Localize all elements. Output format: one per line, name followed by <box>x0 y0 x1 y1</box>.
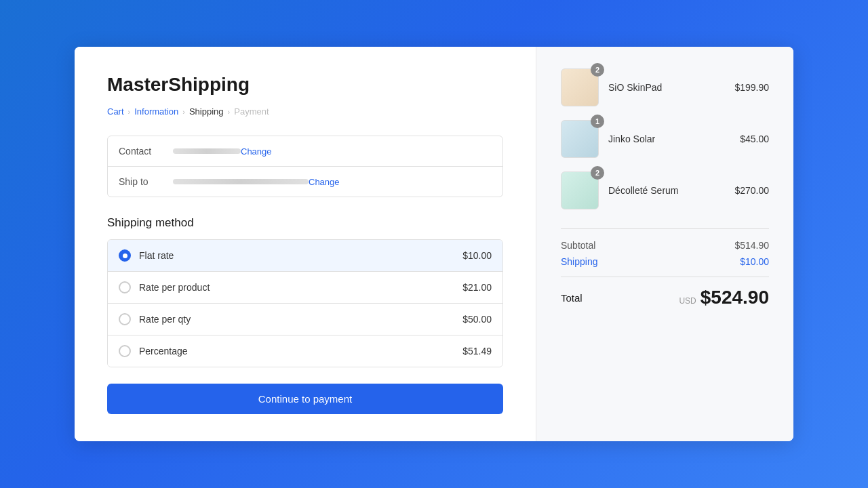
radio-flat_rate <box>119 249 131 262</box>
continue-button-wrap: Continue to payment <box>107 384 503 414</box>
shipping-method-rate_per_product[interactable]: Rate per product$21.00 <box>108 271 502 303</box>
product-info-decollete: Décolleté Serum <box>608 185 725 196</box>
breadcrumb-payment: Payment <box>234 106 269 117</box>
breadcrumb-sep-1: › <box>128 108 131 116</box>
ship-to-value-blurred <box>173 179 309 184</box>
product-price-jinko: $45.00 <box>740 134 769 144</box>
method-name-rate_per_qty: Rate per qty <box>139 314 462 325</box>
breadcrumb-sep-2: › <box>182 108 185 116</box>
subtotal-row: Subtotal $514.90 <box>561 240 769 251</box>
product-name-sio: SiO SkinPad <box>608 82 725 93</box>
shipping-value: $10.00 <box>740 256 769 267</box>
product-name-jinko: Jinko Solar <box>608 134 730 144</box>
product-item-sio: 2SiO SkinPad$199.90 <box>561 68 769 106</box>
shipping-method-flat_rate[interactable]: Flat rate$10.00 <box>108 240 502 271</box>
method-price-rate_per_qty: $50.00 <box>462 314 492 325</box>
breadcrumb-shipping: Shipping <box>189 106 224 117</box>
info-box: Contact Change Ship to Change <box>107 136 503 197</box>
product-price-sio: $199.90 <box>734 82 769 93</box>
shipping-method-rate_per_qty[interactable]: Rate per qty$50.00 <box>108 303 502 335</box>
store-title: MasterShipping <box>107 74 503 96</box>
grand-amount: USD $524.90 <box>679 287 769 308</box>
shipping-row: Shipping $10.00 <box>561 256 769 267</box>
radio-rate_per_qty <box>119 313 131 325</box>
product-img-wrap-sio: 2 <box>561 68 599 106</box>
checkout-container: MasterShipping Cart › Information › Ship… <box>75 47 793 441</box>
product-name-decollete: Décolleté Serum <box>608 185 725 196</box>
ship-to-label: Ship to <box>119 176 173 187</box>
method-name-rate_per_product: Rate per product <box>139 282 462 293</box>
method-price-flat_rate: $10.00 <box>462 250 492 261</box>
subtotal-label: Subtotal <box>561 240 595 251</box>
grand-total-row: Total USD $524.90 <box>561 277 769 308</box>
product-badge-jinko: 1 <box>591 115 604 128</box>
radio-percentage <box>119 345 131 357</box>
product-badge-sio: 2 <box>591 63 604 77</box>
subtotal-value: $514.90 <box>734 240 769 251</box>
contact-label: Contact <box>119 146 173 157</box>
product-img-wrap-decollete: 2 <box>561 171 599 209</box>
method-price-percentage: $51.49 <box>462 346 492 357</box>
shipping-method-title: Shipping method <box>107 216 503 230</box>
method-price-rate_per_product: $21.00 <box>462 282 492 293</box>
breadcrumb: Cart › Information › Shipping › Payment <box>107 106 503 117</box>
left-panel: MasterShipping Cart › Information › Ship… <box>75 47 536 441</box>
currency-label: USD <box>679 296 696 306</box>
breadcrumb-cart[interactable]: Cart <box>107 106 124 117</box>
shipping-methods-list: Flat rate$10.00Rate per product$21.00Rat… <box>107 239 503 367</box>
product-img-wrap-jinko: 1 <box>561 120 599 158</box>
shipping-method-percentage[interactable]: Percentage$51.49 <box>108 335 502 367</box>
ship-to-row: Ship to Change <box>108 166 502 197</box>
product-list: 2SiO SkinPad$199.901Jinko Solar$45.002Dé… <box>561 68 769 209</box>
right-panel: 2SiO SkinPad$199.901Jinko Solar$45.002Dé… <box>536 47 793 441</box>
grand-value: $524.90 <box>701 287 769 308</box>
method-name-percentage: Percentage <box>139 346 462 357</box>
contact-change-link[interactable]: Change <box>241 146 272 157</box>
contact-value-blurred <box>173 148 241 154</box>
product-item-decollete: 2Décolleté Serum$270.00 <box>561 171 769 209</box>
contact-row: Contact Change <box>108 136 502 166</box>
continue-button[interactable]: Continue to payment <box>107 384 503 414</box>
ship-to-change-link[interactable]: Change <box>309 177 340 187</box>
breadcrumb-sep-3: › <box>228 108 231 116</box>
method-name-flat_rate: Flat rate <box>139 250 462 261</box>
shipping-label: Shipping <box>561 256 598 267</box>
totals-section: Subtotal $514.90 Shipping $10.00 Total U… <box>561 228 769 308</box>
product-info-jinko: Jinko Solar <box>608 134 730 144</box>
total-label: Total <box>561 292 583 304</box>
breadcrumb-information[interactable]: Information <box>134 106 178 117</box>
product-badge-decollete: 2 <box>591 166 604 180</box>
radio-rate_per_product <box>119 281 131 293</box>
product-price-decollete: $270.00 <box>734 185 769 196</box>
product-info-sio: SiO SkinPad <box>608 82 725 93</box>
product-item-jinko: 1Jinko Solar$45.00 <box>561 120 769 158</box>
